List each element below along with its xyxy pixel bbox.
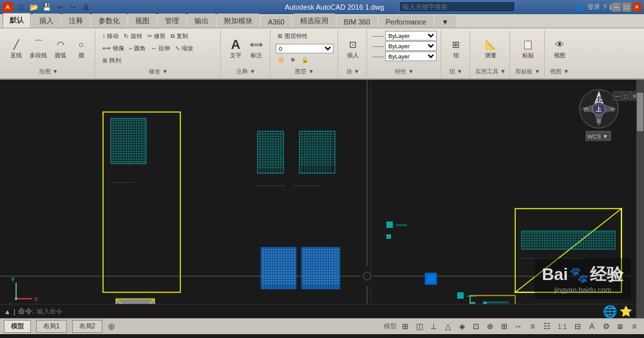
polyline-btn[interactable]: ⌒ 多段线 (27, 36, 50, 61)
new-btn[interactable]: 🗋 (15, 1, 27, 13)
layer-off-btn[interactable]: 🔆 (276, 55, 287, 64)
redo-btn[interactable]: ↪ (67, 1, 79, 13)
measure-btn[interactable]: 📐 测量 (481, 36, 500, 61)
tab-dropdown[interactable]: ▼ (435, 15, 456, 28)
dimension-btn[interactable]: ⟺ 标注 (247, 36, 266, 61)
tab-bim360[interactable]: BIM 360 (337, 15, 377, 28)
baidu-jingyan: 经验 (590, 263, 623, 286)
color-dropdown[interactable]: ByLayer (385, 31, 437, 41)
insert-btn[interactable]: ⊡ 插入 (343, 36, 363, 61)
array-btn[interactable]: ⊞ 阵列 (100, 55, 123, 66)
user-icon[interactable]: 👤 (577, 4, 585, 11)
help-icon[interactable]: ? (603, 4, 607, 11)
tab-apps[interactable]: 精选应用 (293, 14, 336, 28)
annotation-icon[interactable]: A (586, 321, 598, 332)
clipboard-buttons: 📋 粘贴 (518, 31, 538, 66)
ortho-icon[interactable]: ⊥ (428, 321, 439, 332)
model-tab[interactable]: 模型 (4, 320, 31, 333)
layout1-tab[interactable]: 布局1 (36, 320, 67, 333)
linetype-dropdown[interactable]: ByLayer (385, 41, 437, 51)
maximize-btn[interactable]: □ (622, 3, 631, 12)
ducs-icon[interactable]: ⊞ (498, 321, 510, 332)
osnap-icon[interactable]: ◈ (456, 321, 468, 332)
close-btn[interactable]: ✕ (632, 3, 641, 12)
layer-freeze-btn[interactable]: ❄ (289, 55, 298, 64)
scale-icon[interactable]: ⊟ (572, 321, 583, 332)
tab-output[interactable]: 输出 (187, 14, 216, 28)
layer-lock-btn[interactable]: 🔒 (299, 55, 310, 64)
line-btn[interactable]: ╱ 直线 (6, 36, 26, 61)
tab-performance[interactable]: Performance (379, 15, 433, 28)
dyn-icon[interactable]: ↔ (513, 321, 524, 332)
scale-btn[interactable]: ⤡ 缩放 (173, 43, 196, 54)
arc-btn[interactable]: ◠ 圆弧 (51, 36, 70, 61)
group-draw: ╱ 直线 ⌒ 多段线 ◠ 圆弧 ○ 圆 绘图 ▼ (3, 30, 95, 77)
print-btn[interactable]: 🖶 (80, 1, 91, 13)
polyline-label: 多段线 (30, 52, 47, 60)
tab-a360[interactable]: A360 (261, 15, 292, 28)
fillet-btn[interactable]: ⌐ 圆角 (128, 43, 148, 54)
tp-icon[interactable]: ☷ (541, 321, 553, 332)
text-btn[interactable]: A 文字 (226, 36, 245, 61)
tab-parametric[interactable]: 参数化 (91, 14, 127, 28)
cmd-expand-btn[interactable]: ▲ (4, 308, 11, 315)
search-bar[interactable] (399, 1, 515, 12)
cmd-icon-1[interactable]: 🌐 (603, 305, 617, 319)
group-utilities: 📐 测量 实用工具 ▼ (471, 30, 510, 77)
ws-icon[interactable]: ⚙ (600, 321, 612, 332)
undo-btn[interactable]: ↩ (54, 1, 66, 13)
baidu-url: jingyan.baidu.com (542, 286, 623, 294)
scrollbar-thumb[interactable] (637, 93, 643, 131)
tab-annotate[interactable]: 注释 (62, 14, 90, 28)
save-btn[interactable]: 💾 (41, 1, 53, 13)
svg-text:✕: ✕ (632, 93, 636, 100)
prop-row-1: —— ByLayer (372, 31, 437, 41)
otrack-icon[interactable]: ⊕ (484, 321, 496, 332)
mirror-btn[interactable]: ⟺ 镜像 (100, 43, 126, 54)
right-scrollbar[interactable] (636, 80, 644, 318)
utilities-label: 实用工具 ▼ (475, 68, 506, 76)
move-btn[interactable]: ↕ 移动 (100, 31, 120, 42)
svg-text:西: 西 (583, 107, 589, 113)
layout2-tab[interactable]: 布局2 (72, 320, 103, 333)
polar-icon[interactable]: △ (442, 321, 453, 332)
paste-btn[interactable]: 📋 粘贴 (518, 36, 538, 61)
minimize-btn[interactable]: ─ (612, 3, 621, 12)
3dosnap-icon[interactable]: ⊡ (470, 321, 482, 332)
layer-props-btn[interactable]: ⊞ 图层特性 (276, 31, 310, 42)
baidu-paw: 🐾 (569, 266, 589, 284)
command-input[interactable] (37, 308, 600, 315)
drawing-area[interactable]: ............... ═══ ═ (0, 80, 644, 318)
more-draw-btn[interactable]: ○ 圆 (71, 36, 91, 61)
copy-btn[interactable]: ⧉ 复制 (169, 31, 190, 42)
lineweight-dropdown[interactable]: ByLayer (385, 52, 437, 61)
group-btn[interactable]: ⊞ 组 (446, 36, 466, 61)
tab-default[interactable]: 默认 (3, 13, 31, 28)
snap-icon[interactable]: ◫ (413, 321, 425, 332)
svg-text:Y: Y (11, 276, 15, 283)
layer-content: ⊞ 图层特性 0 🔆 ❄ 🔒 (276, 31, 334, 66)
add-layout-btn[interactable]: ⊕ (108, 321, 115, 332)
cmd-icon-2[interactable]: ⭐ (620, 305, 632, 317)
tab-manage[interactable]: 管理 (158, 14, 186, 28)
line-icon: ╱ (9, 37, 23, 52)
model-label: 模型 (384, 322, 397, 331)
stretch-btn[interactable]: ↔ 拉伸 (149, 43, 172, 54)
insert-icon: ⊡ (346, 37, 360, 52)
view-btn[interactable]: 👁 视图 (550, 36, 569, 61)
tab-insert[interactable]: 插入 (32, 14, 61, 28)
search-input[interactable] (402, 3, 512, 10)
rotate-btn[interactable]: ↻ 旋转 (122, 31, 144, 42)
lw-icon[interactable]: ≡ (527, 321, 538, 332)
block-buttons: ⊡ 插入 (343, 31, 363, 66)
user-label[interactable]: 登录 (587, 3, 600, 12)
ui-icon[interactable]: ≣ (614, 321, 626, 332)
open-btn[interactable]: 📂 (28, 1, 40, 13)
tab-view[interactable]: 视图 (128, 14, 156, 28)
trim-btn[interactable]: ✂ 修剪 (146, 31, 168, 42)
customize-icon[interactable]: ≡ (629, 321, 640, 332)
group-modify: ↕ 移动 ↻ 旋转 ✂ 修剪 ⧉ 复制 ⟺ 镜像 ⌐ 圆角 ↔ 拉伸 ⤡ 缩放 … (97, 30, 221, 77)
grid-icon[interactable]: ⊞ (399, 321, 411, 332)
tab-addons[interactable]: 附加模块 (217, 14, 260, 28)
layer-dropdown[interactable]: 0 (276, 44, 334, 53)
